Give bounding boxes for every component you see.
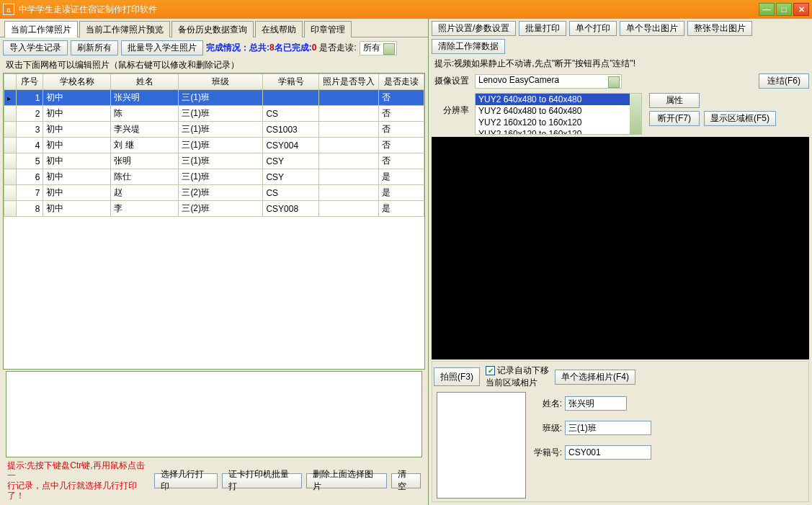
class-label: 班级: xyxy=(526,422,562,434)
maximize-button[interactable]: □ xyxy=(776,3,792,16)
camera-select[interactable]: Lenovo EasyCamera xyxy=(475,74,622,89)
window-title: 中学学生走读证住宿证制作打印软件 xyxy=(19,4,759,16)
batch-print-button[interactable]: 批量打印 xyxy=(519,21,566,36)
import-students-button[interactable]: 导入学生记录 xyxy=(3,40,68,55)
titlebar: a 中学学生走读证住宿证制作打印软件 — □ ✕ xyxy=(0,0,812,19)
single-export-button[interactable]: 单个导出图片 xyxy=(620,21,684,36)
resolution-list[interactable]: YUY2 640x480 to 640x480 YUY2 640x480 to … xyxy=(475,93,642,135)
tab-help[interactable]: 在线帮助 xyxy=(255,21,303,37)
camera-label: 摄像设置 xyxy=(432,75,472,87)
video-preview xyxy=(432,137,809,359)
ctrl-hint: 提示:先按下键盘Ctr键,再用鼠标点击一 行记录，点中几行就选择几行打印了！ xyxy=(7,460,150,501)
table-row[interactable]: 7初中赵三(2)班CS是 xyxy=(4,185,424,201)
table-row[interactable]: 5初中张明三(1)班CSY否 xyxy=(4,153,424,169)
res-item[interactable]: YUY2 640x480 to 640x480 xyxy=(476,94,641,105)
table-row[interactable]: 1初中张兴明三(1)班否 xyxy=(4,90,424,106)
table-row[interactable]: 3初中李兴堤三(1)班CS1003否 xyxy=(4,122,424,138)
photo-preview-box xyxy=(6,371,422,457)
video-hint: 提示:视频如果静止不动请,先点"断开"按钮再点"连结"! xyxy=(432,56,809,71)
refresh-all-button[interactable]: 刷新所有 xyxy=(71,40,118,55)
name-input[interactable] xyxy=(565,396,627,411)
main-tabs: 当前工作簿照片 当前工作簿照片预览 备份历史数据查询 在线帮助 印章管理 xyxy=(0,19,428,37)
whole-export-button[interactable]: 整张导出图片 xyxy=(687,21,752,36)
isday-label: 是否走读: xyxy=(319,42,356,54)
students-table[interactable]: 序号 学校名称 姓名 班级 学籍号 照片是否导入 是否走读 1初中张兴明三(1)… xyxy=(3,73,425,370)
card-batch-print-button[interactable]: 证卡打印机批量打 xyxy=(222,473,302,488)
table-row[interactable]: 8初中李三(2)班CSY008是 xyxy=(4,201,424,217)
tab-preview[interactable]: 当前工作簿照片预览 xyxy=(79,21,170,37)
batch-import-photos-button[interactable]: 批量导入学生照片 xyxy=(121,40,203,55)
grid-hint: 双击下面网格可以编辑照片（鼠标右键可以修改和删除记录） xyxy=(3,58,425,73)
table-row[interactable]: 4初中刘 继三(1)班CSY004否 xyxy=(4,138,424,153)
completion-status: 完成情况：总共:8名已完成:0 xyxy=(206,42,316,54)
col-class[interactable]: 班级 xyxy=(179,74,263,90)
table-row[interactable]: 2初中陈三(1)班CS否 xyxy=(4,106,424,122)
col-sid[interactable]: 学籍号 xyxy=(263,74,318,90)
col-isday[interactable]: 是否走读 xyxy=(379,74,424,90)
tab-current-photos[interactable]: 当前工作簿照片 xyxy=(4,21,78,37)
col-hasphoto[interactable]: 照片是否导入 xyxy=(318,74,379,90)
class-input[interactable] xyxy=(565,421,651,435)
sid-input[interactable] xyxy=(565,445,651,460)
name-label: 姓名: xyxy=(526,398,562,410)
table-row[interactable]: 6初中陈仕三(1)班CSY是 xyxy=(4,169,424,185)
scrollbar[interactable] xyxy=(630,94,641,134)
res-item[interactable]: YUY2 160x120 to 160x120 xyxy=(476,117,641,128)
isday-select[interactable]: 所有 xyxy=(360,41,397,55)
captured-photo-frame xyxy=(437,392,526,499)
single-print-button[interactable]: 单个打印 xyxy=(569,21,617,36)
res-item[interactable]: YUY2 640x480 to 640x480 xyxy=(476,105,641,117)
delete-selected-image-button[interactable]: 删除上面选择图片 xyxy=(306,473,386,488)
select-single-photo-button[interactable]: 单个选择相片(F4) xyxy=(555,370,635,385)
print-selected-button[interactable]: 选择几行打印 xyxy=(154,473,218,488)
sid-label: 学籍号: xyxy=(526,447,562,459)
shoot-button[interactable]: 拍照(F3) xyxy=(434,367,480,386)
app-icon: a xyxy=(3,4,14,15)
auto-next-group: ✔记录自动下移 当前区域相片 xyxy=(486,365,549,389)
col-name[interactable]: 姓名 xyxy=(111,74,179,90)
minimize-button[interactable]: — xyxy=(759,3,775,16)
col-seq[interactable]: 序号 xyxy=(16,74,43,90)
clear-button[interactable]: 清空 xyxy=(391,473,421,488)
close-button[interactable]: ✕ xyxy=(793,3,809,16)
resolution-label: 分辨率 xyxy=(432,93,472,117)
show-region-frame-button[interactable]: 显示区域框(F5) xyxy=(704,111,776,126)
tab-stamp[interactable]: 印章管理 xyxy=(304,21,352,37)
disconnect-button[interactable]: 断开(F7) xyxy=(649,111,700,126)
photo-settings-button[interactable]: 照片设置/参数设置 xyxy=(432,21,516,36)
clear-workbook-button[interactable]: 清除工作簿数据 xyxy=(432,39,505,54)
tab-history[interactable]: 备份历史数据查询 xyxy=(171,21,254,37)
connect-button[interactable]: 连结(F6) xyxy=(759,73,809,89)
attributes-button[interactable]: 属性 xyxy=(649,93,700,108)
col-school[interactable]: 学校名称 xyxy=(43,74,111,90)
res-item[interactable]: YUY2 160x120 to 160x120 xyxy=(476,128,641,135)
auto-next-checkbox[interactable]: ✔ xyxy=(486,366,495,375)
